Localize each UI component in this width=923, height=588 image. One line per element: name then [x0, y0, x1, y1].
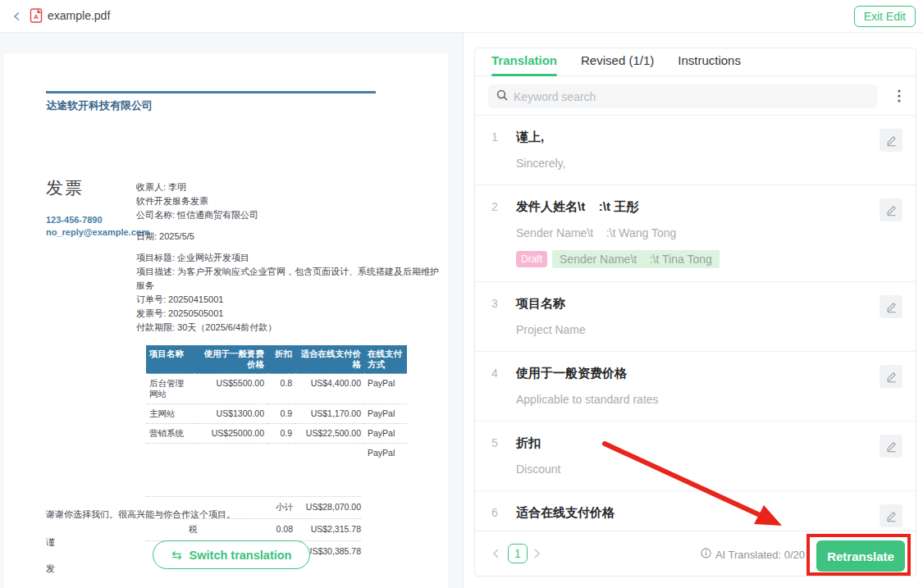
- col-header: 在线支付方式: [364, 345, 407, 374]
- edit-button[interactable]: [880, 504, 902, 527]
- segment-source: 谨上,: [516, 129, 880, 145]
- back-icon[interactable]: [8, 7, 26, 25]
- edit-button[interactable]: [880, 365, 902, 388]
- doc-payment-terms: 付款期限: 30天（2025/6/4前付款）: [136, 321, 445, 335]
- search-box[interactable]: [488, 84, 877, 108]
- retranslate-button[interactable]: Retranslate: [816, 540, 905, 572]
- segment-target: Sincerely,: [516, 156, 880, 171]
- tax-row: 税 0.08 US$2,315.78: [146, 518, 361, 540]
- segment-number: 6: [491, 504, 516, 527]
- panel-footer: 1 AI Translated: 0/20 Retranslate: [475, 531, 916, 576]
- segment-number: 4: [491, 365, 516, 408]
- col-header: 适合在线支付价格: [295, 345, 364, 374]
- segment-row[interactable]: 6 适合在线支付价格: [475, 491, 916, 532]
- draft-text: Sender Name\t :\t Tina Tong: [552, 250, 720, 268]
- doc-closing-line-2: 发: [46, 563, 55, 575]
- segment-draft-line: Draft Sender Name\t :\t Tina Tong: [516, 250, 880, 268]
- exit-edit-button[interactable]: Exit Edit: [854, 6, 916, 27]
- segment-source: 使用于一般资费价格: [516, 365, 880, 381]
- edit-button[interactable]: [880, 435, 902, 458]
- translation-panel: Translation Revised (1/1) Instructions 1…: [474, 48, 916, 577]
- edit-button[interactable]: [880, 198, 902, 221]
- doc-recipient: 收票人: 李明: [136, 180, 445, 194]
- segment-row[interactable]: 5 折扣 Discount: [475, 422, 916, 491]
- pdf-preview-pane: 达途软开科技有限公司 发票 123-456-7890 no_reply@exam…: [0, 33, 464, 588]
- segment-target: Sender Name\t :\t Wang Tong: [516, 226, 880, 241]
- page-number[interactable]: 1: [508, 544, 528, 563]
- segment-target: Project Name: [516, 322, 880, 338]
- doc-project-title: 项目标题: 企业网站开发项目: [136, 251, 445, 265]
- segment-number: 1: [491, 129, 516, 171]
- doc-email: no_reply@example.com: [46, 227, 149, 237]
- edit-button[interactable]: [880, 129, 902, 152]
- draft-badge: Draft: [516, 251, 547, 267]
- col-header: 项目名称: [146, 345, 194, 374]
- table-row: 后台管理网站 US$5500.00 0.8 US$4,400.00 PayPal: [146, 374, 407, 404]
- col-header: 使用于一般资费价格: [194, 345, 267, 374]
- tab-instructions[interactable]: Instructions: [678, 48, 741, 76]
- segment-target: Discount: [516, 462, 880, 477]
- next-page-icon[interactable]: [529, 545, 544, 562]
- pdf-page: 达途软开科技有限公司 发票 123-456-7890 no_reply@exam…: [4, 53, 448, 588]
- doc-project-desc: 项目描述: 为客户开发响应式企业官网，包含页面设计、系统搭建及后期维护服务: [136, 265, 445, 293]
- ai-translated-status: AI Translated: 0/20: [701, 548, 805, 561]
- doc-invoice-no: 发票号: 20250505001: [136, 307, 445, 321]
- doc-date: 日期: 2025/5/5: [136, 230, 445, 244]
- segment-number: 2: [491, 198, 516, 268]
- search-input[interactable]: [514, 90, 869, 103]
- doc-info-block: 收票人: 李明 软件开发服务发票 公司名称: 恒信通商贸有限公司 日期: 202…: [136, 180, 445, 342]
- table-row: 主网站 US$1300.00 0.9 US$1,170.00 PayPal: [146, 404, 407, 424]
- segment-row[interactable]: 2 发件人姓名\t :\t 王彤 Sender Name\t :\t Wang …: [475, 185, 916, 282]
- segment-row[interactable]: 1 谨上, Sincerely,: [475, 116, 916, 185]
- top-bar: A example.pdf Exit Edit: [0, 0, 923, 33]
- svg-text:A: A: [34, 13, 39, 21]
- doc-closing-line-1: 谨: [46, 536, 55, 549]
- segment-row[interactable]: 3 项目名称 Project Name: [475, 282, 916, 352]
- segment-source: 项目名称: [516, 295, 880, 312]
- segment-number: 3: [491, 295, 516, 338]
- doc-invoice-title: 发票: [46, 176, 84, 199]
- more-options-icon[interactable]: [889, 84, 909, 108]
- segment-source: 折扣: [516, 435, 880, 451]
- segment-row[interactable]: 4 使用于一般资费价格 Applicable to standard rates: [475, 352, 916, 422]
- switch-arrows-icon: [171, 548, 182, 563]
- search-section: [475, 76, 916, 116]
- invoice-table: 项目名称 使用于一般资费价格 折扣 适合在线支付价格 在线支付方式 后台管理网站…: [146, 345, 407, 463]
- doc-company-name: 达途软开科技有限公司: [46, 98, 153, 113]
- prev-page-icon[interactable]: [488, 545, 503, 562]
- tab-revised[interactable]: Revised (1/1): [581, 48, 654, 76]
- panel-tabs: Translation Revised (1/1) Instructions: [475, 48, 916, 76]
- tab-translation[interactable]: Translation: [491, 48, 557, 76]
- switch-translation-button[interactable]: Switch translation: [153, 540, 310, 569]
- doc-client-company: 公司名称: 恒信通商贸有限公司: [136, 208, 445, 222]
- segment-target: Applicable to standard rates: [516, 392, 880, 408]
- pdf-file-icon: A: [30, 8, 43, 26]
- doc-phone: 123-456-7890: [46, 215, 103, 225]
- segment-number: 5: [491, 435, 516, 477]
- segment-list: 1 谨上, Sincerely, 2 发件人姓名\t :\t 王彤 Sender…: [475, 116, 916, 532]
- doc-divider: [46, 91, 376, 93]
- edit-button[interactable]: [880, 295, 902, 318]
- segment-source: 发件人姓名\t :\t 王彤: [516, 198, 880, 215]
- file-name: example.pdf: [48, 9, 110, 22]
- col-header: 折扣: [267, 345, 295, 374]
- doc-order-no: 订单号: 20250415001: [136, 293, 445, 307]
- doc-subtitle: 软件开发服务发票: [136, 194, 445, 208]
- info-icon: [701, 548, 711, 561]
- doc-thanks-line: 谢谢你选择我们。很高兴能与你合作这个项目。: [46, 508, 235, 521]
- table-row: PayPal: [146, 444, 407, 463]
- table-row: 营销系统 US$25000.00 0.9 US$22,500.00 PayPal: [146, 424, 407, 444]
- search-icon: [496, 89, 508, 104]
- segment-source: 适合在线支付价格: [516, 504, 880, 521]
